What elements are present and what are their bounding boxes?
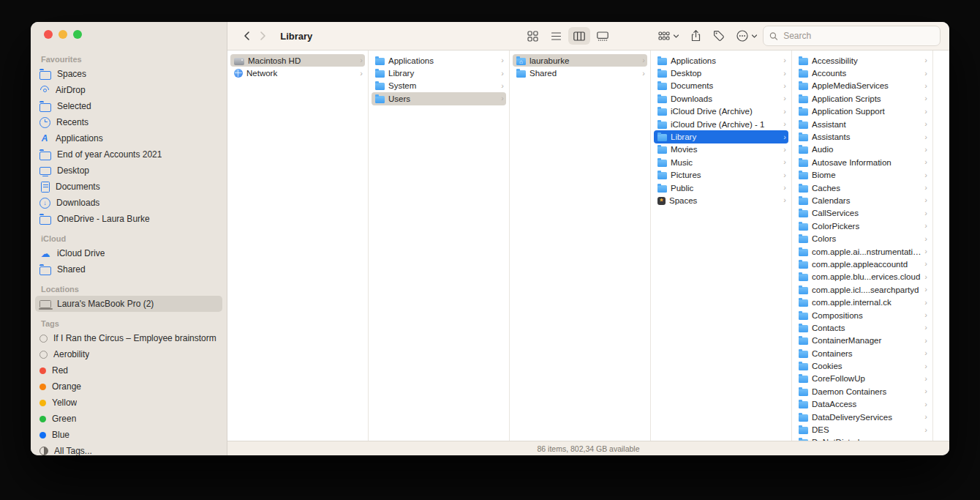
file-row-movies[interactable]: Movies› [654, 143, 788, 156]
group-button[interactable] [652, 27, 685, 45]
file-row-public[interactable]: Public› [654, 182, 788, 194]
sidebar-item-shared[interactable]: Shared [35, 261, 222, 277]
file-row-callservices[interactable]: CallServices› [795, 207, 930, 220]
file-row-application-scripts[interactable]: Application Scripts› [795, 92, 930, 105]
file-row-com-apple-internal-ck[interactable]: com.apple.internal.ck› [795, 296, 930, 308]
icon-view-button[interactable] [521, 27, 543, 45]
file-row-audio[interactable]: Audio› [795, 143, 930, 156]
sidebar-item-applications[interactable]: Applications [35, 130, 222, 146]
file-row-accounts[interactable]: Accounts› [795, 67, 930, 79]
sidebar-item-recents[interactable]: Recents [35, 114, 222, 130]
sidebar-item-green[interactable]: Green [35, 411, 222, 427]
file-row-autosave-information[interactable]: Autosave Information› [795, 156, 930, 168]
sidebar-item-label: Green [52, 414, 76, 424]
file-row-desktop[interactable]: Desktop› [654, 67, 788, 79]
file-row-colorpickers[interactable]: ColorPickers› [795, 220, 930, 232]
file-row-applications[interactable]: Applications› [372, 54, 506, 67]
file-row-datadeliveryservices[interactable]: DataDeliveryServices› [795, 411, 930, 423]
search-field[interactable] [763, 26, 941, 46]
file-row-contacts[interactable]: Contacts› [795, 321, 930, 334]
file-row-com-apple-icl-searchpartyd[interactable]: com.apple.icl....searchpartyd› [795, 283, 930, 296]
file-name: Compositions [812, 311, 921, 320]
sidebar-item-icloud-drive[interactable]: iCloud Drive [35, 245, 222, 261]
more-button[interactable] [731, 27, 763, 45]
file-row-corefollowup[interactable]: CoreFollowUp› [795, 373, 930, 385]
file-name: ColorPickers [812, 222, 921, 231]
sidebar-item-airdrop[interactable]: AirDrop [35, 82, 222, 98]
file-row-pictures[interactable]: Pictures› [654, 169, 788, 182]
tag-button[interactable] [707, 27, 731, 45]
file-row-des[interactable]: DES› [795, 423, 930, 436]
file-row-colors[interactable]: Colors› [795, 232, 930, 245]
file-row-users[interactable]: Users› [372, 92, 506, 105]
close-button[interactable] [44, 30, 53, 39]
sidebar-item-end-of-year-accounts-2021[interactable]: End of year Accounts 2021 [35, 146, 222, 163]
folder-icon [657, 172, 667, 179]
minimize-button[interactable] [59, 30, 67, 39]
back-button[interactable] [239, 27, 255, 45]
file-row-com-apple-blu-ervices-cloud[interactable]: com.apple.blu...ervices.cloud› [795, 271, 930, 283]
file-row-spaces[interactable]: Spaces› [654, 194, 788, 206]
sidebar-item-documents[interactable]: Documents [35, 179, 222, 195]
list-view-button[interactable] [545, 27, 567, 45]
file-row-caches[interactable]: Caches› [795, 182, 930, 194]
file-row-cookies[interactable]: Cookies› [795, 359, 930, 372]
file-row-compositions[interactable]: Compositions› [795, 309, 930, 321]
file-row-shared[interactable]: Shared› [513, 67, 647, 79]
sidebar-item-label: If I Ran the Circus – Employee brainstor… [53, 333, 216, 343]
file-row-assistants[interactable]: Assistants› [795, 130, 930, 143]
sidebar-item-all-tags[interactable]: All Tags... [35, 443, 222, 455]
file-row-applemediaservices[interactable]: AppleMediaServices› [795, 80, 930, 92]
folder-outline-icon [39, 152, 51, 160]
sidebar-item-selected[interactable]: Selected [35, 98, 222, 114]
gallery-view-button[interactable] [592, 27, 614, 45]
file-row-lauraburke[interactable]: lauraburke› [513, 54, 647, 67]
file-row-biome[interactable]: Biome› [795, 169, 930, 182]
column-view-button[interactable] [568, 27, 590, 45]
file-row-system[interactable]: System› [372, 80, 506, 92]
file-row-macintosh-hd[interactable]: Macintosh HD› [230, 54, 365, 67]
file-row-application-support[interactable]: Application Support› [795, 105, 930, 118]
file-row-icloud-drive-archive-1[interactable]: iCloud Drive (Archive) - 1› [654, 118, 788, 130]
file-name: AppleMediaServices [812, 81, 921, 90]
file-row-calendars[interactable]: Calendars› [795, 194, 930, 206]
file-row-com-apple-ai-nstrumentation[interactable]: com.apple.ai...nstrumentation› [795, 245, 930, 258]
file-row-icloud-drive-archive[interactable]: iCloud Drive (Archive)› [654, 105, 788, 118]
file-row-dataaccess[interactable]: DataAccess› [795, 398, 930, 411]
file-row-containers[interactable]: Containers› [795, 347, 930, 359]
sidebar-item-blue[interactable]: Blue [35, 427, 222, 443]
file-row-network[interactable]: Network› [230, 67, 365, 79]
file-row-daemon-containers[interactable]: Daemon Containers› [795, 385, 930, 398]
file-row-com-apple-appleaccountd[interactable]: com.apple.appleaccountd› [795, 258, 930, 270]
file-row-music[interactable]: Music› [654, 156, 788, 168]
chevron-right-icon: › [642, 56, 645, 64]
file-row-library[interactable]: Library› [372, 67, 506, 79]
chevron-right-icon: › [501, 56, 504, 64]
sidebar-item-red[interactable]: Red [35, 362, 222, 378]
column-view: Macintosh HD›Network›Applications›Librar… [227, 51, 949, 441]
sidebar-item-yellow[interactable]: Yellow [35, 395, 222, 411]
file-row-applications[interactable]: Applications› [654, 54, 788, 67]
sidebar-item-if-i-ran-the-circus-employee-brainstorm[interactable]: If I Ran the Circus – Employee brainstor… [35, 330, 222, 346]
share-button[interactable] [685, 27, 707, 45]
sidebar-item-spaces[interactable]: Spaces [35, 66, 222, 82]
sidebar-item-desktop[interactable]: Desktop [35, 163, 222, 179]
search-input[interactable] [782, 30, 934, 42]
file-row-containermanager[interactable]: ContainerManager› [795, 335, 930, 347]
sidebar-item-onedrive-laura-burke[interactable]: OneDrive - Laura Burke [35, 211, 222, 227]
file-row-documents[interactable]: Documents› [654, 80, 788, 92]
file-row-assistant[interactable]: Assistant› [795, 118, 930, 130]
gallery-view-icon [596, 30, 609, 42]
file-row-downloads[interactable]: Downloads› [654, 92, 788, 105]
zoom-button[interactable] [73, 30, 82, 39]
forward-button[interactable] [255, 27, 270, 45]
sidebar-item-downloads[interactable]: Downloads [35, 195, 222, 211]
sidebar-item-aerobility[interactable]: Aerobility [35, 346, 222, 362]
sidebar-item-laura-s-macbook-pro-2[interactable]: Laura's MacBook Pro (2) [35, 296, 222, 312]
folder-icon [799, 108, 808, 116]
folder-icon [516, 70, 526, 78]
file-row-library[interactable]: Library› [654, 130, 788, 143]
sidebar-item-orange[interactable]: Orange [35, 378, 222, 395]
folder-icon [799, 299, 808, 307]
file-row-accessibility[interactable]: Accessibility› [795, 54, 930, 67]
